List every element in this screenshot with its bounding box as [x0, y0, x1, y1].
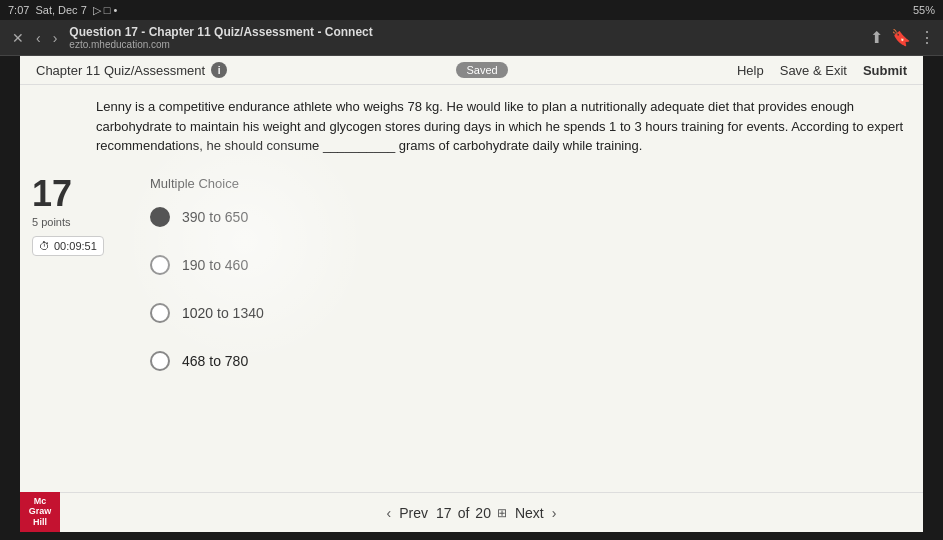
mcgraw-logo: McGrawHill: [20, 492, 60, 532]
total-pages: 20: [475, 505, 491, 521]
media-icons: ▷ □ •: [93, 4, 118, 17]
saved-badge: Saved: [456, 62, 507, 78]
answer-choice-a[interactable]: 390 to 650: [150, 207, 903, 227]
close-button[interactable]: ✕: [8, 28, 28, 48]
answer-text-a: 390 to 650: [182, 209, 248, 225]
browser-nav: ✕ ‹ ›: [8, 28, 61, 48]
quiz-title-area: Chapter 11 Quiz/Assessment i: [36, 62, 227, 78]
quiz-actions: Help Save & Exit Submit: [737, 63, 907, 78]
tab-title: Question 17 - Chapter 11 Quiz/Assessment…: [69, 25, 862, 50]
current-page: 17: [436, 505, 452, 521]
left-sidebar: 17 5 points ⏱ 00:09:51: [20, 168, 130, 528]
time-display: 7:07: [8, 4, 29, 16]
grid-icon[interactable]: ⊞: [497, 506, 507, 520]
next-button[interactable]: Next: [515, 505, 544, 521]
answer-type-label: Multiple Choice: [150, 176, 903, 191]
quiz-wrapper: Chapter 11 Quiz/Assessment i Saved Help …: [20, 56, 923, 532]
question-area: Lenny is a competitive endurance athlete…: [20, 85, 923, 168]
answer-choice-b[interactable]: 190 to 460: [150, 255, 903, 275]
share-icon[interactable]: ⬆: [870, 28, 883, 47]
of-label: of: [458, 505, 470, 521]
battery-display: 55%: [913, 4, 935, 16]
right-panel: Multiple Choice 390 to 650 190 to 460 10…: [130, 168, 923, 528]
save-exit-button[interactable]: Save & Exit: [780, 63, 847, 78]
points-label: 5 points: [32, 216, 118, 228]
info-icon[interactable]: i: [211, 62, 227, 78]
page-info: 17 of 20 ⊞: [436, 505, 507, 521]
back-button[interactable]: ‹: [32, 28, 45, 48]
answer-text-b: 190 to 460: [182, 257, 248, 273]
answer-text-c: 1020 to 1340: [182, 305, 264, 321]
date-display: Sat, Dec 7: [35, 4, 86, 16]
radio-d[interactable]: [150, 351, 170, 371]
submit-button[interactable]: Submit: [863, 63, 907, 78]
radio-a[interactable]: [150, 207, 170, 227]
question-text: Lenny is a competitive endurance athlete…: [96, 97, 907, 156]
footer-nav: ‹ Prev 17 of 20 ⊞ Next ›: [387, 505, 557, 521]
answer-choice-d[interactable]: 468 to 780: [150, 351, 903, 371]
status-bar: 7:07 Sat, Dec 7 ▷ □ • 55%: [0, 0, 943, 20]
timer-badge: ⏱ 00:09:51: [32, 236, 104, 256]
main-content: 17 5 points ⏱ 00:09:51 Multiple Choice 3…: [20, 168, 923, 528]
browser-actions: ⬆ 🔖 ⋮: [870, 28, 935, 47]
quiz-header: Chapter 11 Quiz/Assessment i Saved Help …: [20, 56, 923, 85]
help-button[interactable]: Help: [737, 63, 764, 78]
answer-text-d: 468 to 780: [182, 353, 248, 369]
prev-arrow[interactable]: ‹: [387, 505, 392, 521]
forward-button[interactable]: ›: [49, 28, 62, 48]
browser-bar: ✕ ‹ › Question 17 - Chapter 11 Quiz/Asse…: [0, 20, 943, 56]
timer-display: 00:09:51: [54, 240, 97, 252]
prev-button[interactable]: Prev: [399, 505, 428, 521]
clock-icon: ⏱: [39, 240, 50, 252]
next-arrow[interactable]: ›: [552, 505, 557, 521]
bookmark-icon[interactable]: 🔖: [891, 28, 911, 47]
quiz-title: Chapter 11 Quiz/Assessment: [36, 63, 205, 78]
radio-c[interactable]: [150, 303, 170, 323]
question-number: 17: [32, 176, 118, 212]
radio-b[interactable]: [150, 255, 170, 275]
answer-choice-c[interactable]: 1020 to 1340: [150, 303, 903, 323]
quiz-footer: McGrawHill ‹ Prev 17 of 20 ⊞ Next ›: [20, 492, 923, 532]
more-icon[interactable]: ⋮: [919, 28, 935, 47]
